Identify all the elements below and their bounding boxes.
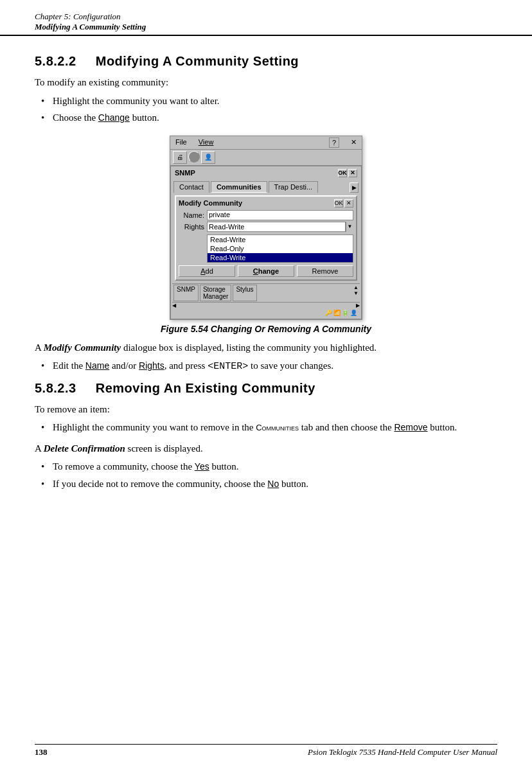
- scroll-up-arrow[interactable]: ▲: [353, 285, 359, 290]
- chapter-title: Modifying A Community Setting: [35, 22, 497, 32]
- status-bar: 🔑 📶 🔋 👤: [172, 308, 360, 317]
- page-number: 138: [35, 747, 48, 757]
- name-input[interactable]: private: [207, 210, 353, 220]
- snmp-ok-btn[interactable]: OK: [338, 169, 347, 177]
- mod-ok-btn[interactable]: OK: [334, 199, 343, 208]
- section-5823-heading: 5.8.2.3 Removing An Existing Community: [35, 381, 497, 396]
- menu-close[interactable]: ✕: [348, 137, 359, 148]
- snmp-title: SNMP: [175, 169, 195, 177]
- delete-confirmation-ref: Delete Confirmation: [44, 443, 125, 454]
- after-figure-bullets: Edit the Name and/or Rights, and press <…: [35, 358, 497, 375]
- rights-dropdown[interactable]: Read-Write ▼: [207, 222, 353, 232]
- add-button[interactable]: Add: [179, 265, 235, 277]
- chapter-label: Chapter 5: Configuration: [35, 12, 497, 22]
- tab-contact[interactable]: Contact: [173, 181, 209, 193]
- snmp-header: SNMP OK ✕: [172, 168, 360, 179]
- mod-title-bar: Modify Community OK ✕: [179, 199, 353, 208]
- name-field-row: Name: private: [179, 210, 353, 220]
- change-button[interactable]: Change: [238, 265, 294, 277]
- page-footer: 138 Psion Teklogix 7535 Hand-Held Comput…: [35, 744, 497, 757]
- toolbar-icon-3[interactable]: 👤: [201, 151, 215, 164]
- mod-close-btn[interactable]: ✕: [344, 199, 353, 208]
- scrollbar-h: ◀ ▶: [172, 302, 360, 308]
- status-icon-1: 🔑: [325, 310, 332, 316]
- snmp-close-btn[interactable]: ✕: [348, 169, 357, 177]
- after-figure-para: A Modify Community dialogue box is displ…: [35, 340, 497, 355]
- name-label: Name:: [179, 211, 204, 219]
- delete-confirmation-para: A Delete Confirmation screen is displaye…: [35, 441, 497, 456]
- remove-label: Remove: [312, 267, 339, 275]
- bullet-2-text: Choose the Change button.: [53, 112, 159, 123]
- figure-container: File View ? ✕ 🖨 👤 SNMP OK ✕: [35, 136, 497, 334]
- dropdown-item-readwrite-2[interactable]: Read-Write: [208, 253, 353, 262]
- rights-dropdown-list: Read-Write Read-Only Read-Write: [207, 234, 353, 263]
- tab-scroll-right[interactable]: ▶: [350, 182, 359, 193]
- manual-title: Psion Teklogix 7535 Hand-Held Computer U…: [308, 747, 497, 757]
- page-header: Chapter 5: Configuration Modifying A Com…: [0, 0, 532, 36]
- scroll-right-arrow[interactable]: ▶: [356, 303, 360, 308]
- tab-communities[interactable]: Communities: [211, 181, 267, 193]
- section-5822-intro: To modify an existing community:: [35, 75, 497, 90]
- dropdown-item-readwrite-1[interactable]: Read-Write: [208, 235, 353, 244]
- add-label: dd: [206, 267, 213, 275]
- windows-dialog: File View ? ✕ 🖨 👤 SNMP OK ✕: [170, 136, 362, 320]
- section-5822-bullets: Highlight the community you want to alte…: [35, 94, 497, 125]
- rights-field-ref: Rights: [139, 360, 164, 371]
- section-5823-bullets: Highlight the community you want to remo…: [35, 420, 497, 435]
- section-5822-heading: 5.8.2.2 Modifying A Community Setting: [35, 54, 497, 69]
- dropdown-item-readonly[interactable]: Read-Only: [208, 244, 353, 253]
- taskbar-items: SNMP StorageManager Stylus: [173, 285, 257, 301]
- section-5823-intro: To remove an item:: [35, 402, 497, 417]
- section-5823-number: 5.8.2.3: [35, 381, 76, 395]
- name-field-ref: Name: [85, 360, 109, 371]
- rights-field-row: Rights Read-Write ▼: [179, 222, 353, 232]
- change-label: hange: [258, 267, 279, 275]
- mod-title: Modify Community: [179, 199, 242, 207]
- status-icon-2: 📶: [333, 310, 341, 316]
- menu-file[interactable]: File: [173, 137, 190, 148]
- menu-help[interactable]: ?: [329, 137, 339, 148]
- toolbar-icon-2[interactable]: [188, 151, 200, 163]
- no-btn-ref: No: [267, 479, 279, 489]
- menu-view[interactable]: View: [196, 137, 217, 148]
- bullet-1-text: Highlight the community you want to alte…: [53, 96, 220, 106]
- toolbar-icon-1[interactable]: 🖨: [173, 151, 187, 164]
- remove-btn-ref: Remove: [394, 422, 427, 432]
- taskbar-stylus[interactable]: Stylus: [233, 285, 256, 301]
- scrollbar-v: ▲ ▼: [353, 285, 359, 301]
- final-bullet-1: To remove a community, choose the Yes bu…: [35, 459, 497, 474]
- mod-ok-x: OK ✕: [334, 199, 353, 208]
- remove-button[interactable]: Remove: [297, 265, 353, 277]
- final-bullet-2: If you decide not to remove the communit…: [35, 477, 497, 491]
- communities-tab-ref: Communities: [256, 423, 299, 432]
- modify-community-dialog: Modify Community OK ✕ Name: private Righ…: [175, 195, 357, 281]
- enter-key-ref: <ENTER>: [208, 361, 248, 372]
- action-buttons: Add Change Remove: [179, 265, 353, 277]
- rights-label: Rights: [179, 223, 204, 231]
- menubar: File View ? ✕: [170, 136, 362, 150]
- section-5822-number: 5.8.2.2: [35, 54, 76, 68]
- dropdown-list: Read-Write Read-Only Read-Write: [207, 234, 353, 263]
- change-button-ref: Change: [98, 112, 130, 123]
- mod-fields: Name: private Rights Read-Write ▼: [179, 210, 353, 232]
- scroll-down-arrow[interactable]: ▼: [353, 290, 359, 296]
- yes-btn-ref: Yes: [195, 461, 209, 472]
- tab-trap-dest[interactable]: Trap Desti...: [269, 181, 319, 193]
- taskbar-snmp[interactable]: SNMP: [173, 285, 199, 301]
- taskbar-storage[interactable]: StorageManager: [200, 285, 231, 301]
- snmp-panel: SNMP OK ✕ Contact Communities Trap Desti…: [170, 166, 362, 319]
- page-content: 5.8.2.2 Modifying A Community Setting To…: [0, 36, 532, 509]
- status-icon-3: 🔋: [342, 310, 349, 316]
- section-5822-title: Modifying A Community Setting: [96, 54, 299, 68]
- remove-bullet-1: Highlight the community you want to remo…: [35, 420, 497, 435]
- bullet-1: Highlight the community you want to alte…: [35, 94, 497, 109]
- figure-caption: Figure 5.54 Changing Or Removing A Commu…: [161, 324, 371, 334]
- taskbar: SNMP StorageManager Stylus ▲ ▼: [172, 283, 360, 302]
- rights-dropdown-value[interactable]: Read-Write: [207, 222, 346, 232]
- tabs-row: Contact Communities Trap Desti... ▶: [172, 180, 360, 193]
- scroll-left-arrow[interactable]: ◀: [172, 303, 176, 308]
- final-bullets: To remove a community, choose the Yes bu…: [35, 459, 497, 491]
- rights-dropdown-arrow-icon[interactable]: ▼: [346, 222, 353, 232]
- toolbar: 🖨 👤: [170, 150, 362, 166]
- after-bullet-1: Edit the Name and/or Rights, and press <…: [35, 358, 497, 375]
